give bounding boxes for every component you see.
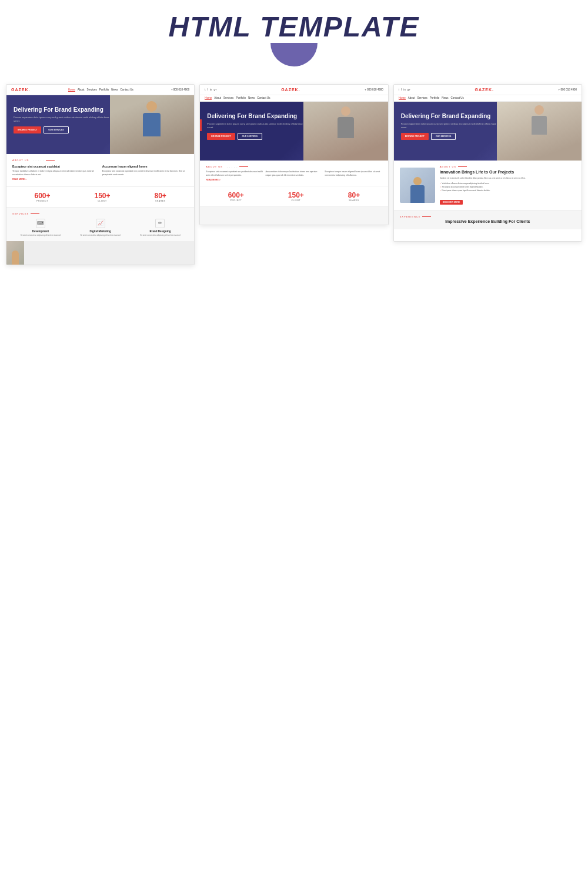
- nav-links-bar-3: Home About Services Portfolio News Conta…: [394, 95, 582, 102]
- services-section-1: SERVICES ⌨ Development Sit amet consecte…: [6, 208, 194, 242]
- our-services-btn-1[interactable]: OUR SERVICES: [44, 126, 68, 133]
- stat-item-client-1: 150+ CLIENT: [94, 192, 110, 202]
- stat-label-shares-1: SHARES: [154, 200, 166, 202]
- stat-number-shares-2: 80+: [348, 191, 360, 199]
- design-icon-1: ✏: [155, 219, 165, 228]
- about-col-2-3: Excepteur tempor insum eligendi lorem ip…: [325, 171, 382, 177]
- phone-3: + 800 018 4900: [559, 88, 577, 91]
- stat-item-shares-2: 80+ SHARES: [348, 191, 360, 202]
- hero-buttons-2: BROWSE PROJECT OUR SERVICES: [207, 133, 308, 140]
- stat-label-project-2: PROJECT: [228, 199, 244, 202]
- service-title-marketing-1: Digital Marketing: [72, 230, 129, 233]
- read-more-2[interactable]: READ MORE >: [206, 179, 382, 181]
- about-col-2-2: Accusantium doloremque laudantium totam …: [265, 171, 322, 177]
- about-grid-1: Excepteur sint occaecat cupidatat Tempor…: [12, 164, 188, 182]
- innovation-desc-3: Eiusdem vel incidunt velit sed et blandi…: [440, 177, 576, 180]
- hero-title-3: Delivering For Brand Expanding: [401, 112, 502, 120]
- hero-text-3: Delivering For Brand Expanding Possim sa…: [401, 112, 502, 140]
- stat-label-client-2: CLIENT: [288, 199, 304, 202]
- decorative-half-circle: [270, 43, 318, 66]
- browse-project-btn-3[interactable]: BROWSE PROJECT: [401, 133, 429, 140]
- innovation-person-body-3: [410, 185, 425, 203]
- stat-number-project-2: 600+: [228, 191, 244, 199]
- experience-label-3: EXPERIENCE: [400, 215, 576, 218]
- nav-links-bar-2: Home About Services Portfolio News Conta…: [200, 95, 387, 102]
- innovation-person-head-3: [413, 177, 422, 185]
- stat-number-client-1: 150+: [94, 192, 110, 200]
- about-label-3: ABOUT US: [440, 165, 576, 168]
- hero-subtitle-3: Possim sapientem dolor ipsum curry sed g…: [401, 122, 502, 129]
- preview-card-1: GAZEK. Home About Services Portfolio New…: [6, 84, 195, 265]
- service-title-design-1: Brand Designing: [132, 230, 189, 233]
- hero-3: Delivering For Brand Expanding Possim sa…: [394, 102, 582, 161]
- preview-grid: GAZEK. Home About Services Portfolio New…: [0, 72, 588, 277]
- marketing-icon-1: 📈: [96, 219, 105, 228]
- stat-item-project-1: 600+ PROJECT: [34, 192, 50, 202]
- hero-image-1: [110, 95, 195, 154]
- services-grid-1: ⌨ Development Sit amet consectetur adipi…: [12, 219, 188, 237]
- person-head-1: [146, 101, 157, 112]
- phone-2: + 800 018 4900: [365, 88, 383, 91]
- hero-image-2: [303, 102, 388, 161]
- impressive-title-3: Impressive Experience Building For Clien…: [400, 219, 576, 223]
- social-icons-3: t f in g+: [399, 88, 410, 91]
- person-silhouette-1: [137, 101, 166, 148]
- logo-1: GAZEK.: [11, 88, 30, 92]
- service-item-dev-1: ⌨ Development Sit amet consectetur adipi…: [12, 219, 69, 237]
- stats-section-1: 600+ PROJECT 150+ CLIENT 80+ SHARES: [6, 186, 194, 208]
- hero-image-3: [497, 102, 582, 161]
- stat-label-client-1: CLIENT: [94, 200, 110, 202]
- stat-number-shares-1: 80+: [154, 192, 166, 200]
- stat-item-shares-1: 80+ SHARES: [154, 192, 166, 202]
- hero-text-1: Delivering For Brand Expanding Possim sa…: [14, 106, 114, 133]
- bottom-white-area: [0, 277, 588, 806]
- hero-buttons-3: BROWSE PROJECT OUR SERVICES: [401, 133, 502, 140]
- hero-title-1: Delivering For Brand Expanding: [14, 106, 114, 113]
- innovation-title-3: Innovation Brings Life to Our Projects: [440, 169, 576, 175]
- service-desc-design-1: Sit amet consectetur adipiscing elit sed…: [132, 234, 189, 237]
- service-desc-dev-1: Sit amet consectetur adipiscing elit sed…: [12, 234, 69, 237]
- about-section-1: ABOUT US - - - - - Excepteur sint occaec…: [6, 154, 194, 186]
- woman-body-2: [338, 117, 354, 138]
- woman-head-2: [341, 106, 350, 116]
- service-desc-marketing-1: Sit amet consectetur adipiscing elit sed…: [72, 234, 129, 237]
- about-col-2: Accumsan insum eligendi lorem Excepteur …: [102, 164, 189, 182]
- browse-project-btn-1[interactable]: BROWSE PROJECT: [14, 126, 41, 133]
- innovation-section-3: ABOUT US Innovation Brings Life to Our P…: [394, 161, 582, 210]
- about-grid-2: Excepteur sint occaecat cupidatat non pr…: [206, 171, 382, 177]
- red-accent-2: [200, 119, 202, 131]
- bottom-person-silhouette-1: [12, 250, 19, 265]
- browse-project-btn-2[interactable]: BROWSE PROJECT: [207, 133, 235, 140]
- nav-links-1: Home About Services Portfolio News Conta…: [68, 88, 133, 92]
- hero-1: Delivering For Brand Expanding Possim sa…: [6, 95, 194, 154]
- person-body-1: [143, 113, 161, 136]
- service-item-marketing-1: 📈 Digital Marketing Sit amet consectetur…: [72, 219, 129, 237]
- hero-subtitle-1: Possim sapientem dolor ipsum curry sed g…: [14, 116, 114, 123]
- card2-bottom: [200, 207, 387, 225]
- about-col-1: Excepteur sint occaecat cupidatat Tempor…: [12, 164, 99, 182]
- about-label-1: ABOUT US - - - - -: [12, 159, 188, 162]
- person-image-1: [110, 95, 195, 154]
- card3-bottom: [394, 229, 582, 241]
- stat-item-project-2: 600+ PROJECT: [228, 191, 244, 202]
- hero-subtitle-2: Possim sapientem dolor ipsum curry sed g…: [207, 122, 308, 129]
- hero-title-2: Delivering For Brand Expanding: [207, 112, 308, 120]
- nav-bar-1: GAZEK. Home About Services Portfolio New…: [6, 85, 194, 95]
- our-services-btn-3[interactable]: OUR SERVICES: [431, 133, 456, 140]
- page-header: HTML Template: [0, 0, 588, 72]
- woman-body-3: [532, 116, 547, 135]
- our-services-btn-2[interactable]: OUR SERVICES: [238, 133, 262, 140]
- impressive-section-3: EXPERIENCE Impressive Experience Buildin…: [394, 210, 582, 229]
- about-label-2: ABOUT US - - - - -: [206, 165, 382, 168]
- innovation-img-3: [400, 168, 435, 203]
- about-col-2-1: Excepteur sint occaecat cupidatat non pr…: [206, 171, 263, 177]
- phone-1: + 800 018 4900: [171, 88, 189, 91]
- page-title: HTML Template: [0, 11, 588, 43]
- checklist-3: Vestibulum ullamco dictum magna adipisci…: [440, 182, 576, 192]
- service-item-design-1: ✏ Brand Designing Sit amet consectetur a…: [132, 219, 189, 237]
- service-title-dev-1: Development: [12, 230, 69, 233]
- checklist-item-3-3: Nunc ipsum ullamco quae fuga illo commod…: [440, 189, 576, 192]
- about-section-2: ABOUT US - - - - - Excepteur sint occaec…: [200, 161, 387, 186]
- discover-more-btn-3[interactable]: DISCOVER MORE: [440, 200, 463, 205]
- stat-item-client-2: 150+ CLIENT: [288, 191, 304, 202]
